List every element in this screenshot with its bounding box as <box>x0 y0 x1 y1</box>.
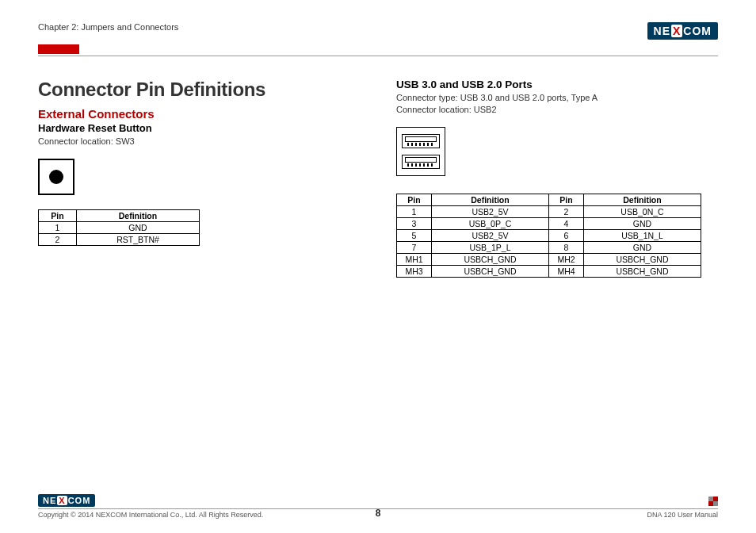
usb-connector-diagram <box>396 127 445 176</box>
cell-def: USBCH_GND <box>432 265 549 277</box>
cell-def: GND <box>77 221 200 233</box>
cell-pin: MH2 <box>549 253 584 265</box>
brand-logo-top: NEXCOM <box>647 22 718 40</box>
cell-pin: 1 <box>39 221 77 233</box>
table-row: 3 USB_0P_C 4 GND <box>397 217 701 229</box>
cell-pin: 3 <box>397 217 432 229</box>
th-def: Definition <box>77 209 200 221</box>
usb-port-icon <box>402 155 440 169</box>
table-row: 2 RST_BTN# <box>39 233 200 245</box>
th-pin: Pin <box>397 194 432 205</box>
brand-x: X <box>671 25 682 37</box>
th-pin: Pin <box>549 194 584 205</box>
cell-def: USB_0N_C <box>584 205 701 217</box>
cell-def: USBCH_GND <box>584 265 701 277</box>
page-number: 8 <box>376 508 381 519</box>
cell-pin: 8 <box>549 241 584 253</box>
table-row: MH3 USBCH_GND MH4 USBCH_GND <box>397 265 701 277</box>
cell-def: RST_BTN# <box>77 233 200 245</box>
table-row: 7 USB_1P_L 8 GND <box>397 241 701 253</box>
red-accent-tab <box>38 44 79 54</box>
cell-def: USBCH_GND <box>432 253 549 265</box>
brand-post: COM <box>68 496 91 505</box>
header-rule <box>38 56 718 56</box>
cell-pin: 7 <box>397 241 432 253</box>
brand-x: X <box>57 496 67 505</box>
cell-def: GND <box>584 217 701 229</box>
brand-post: COM <box>683 25 712 37</box>
brand-pre: NE <box>654 25 670 37</box>
cell-def: USB_1N_L <box>584 229 701 241</box>
usb-port-icon <box>402 134 440 148</box>
cell-pin: MH3 <box>397 265 432 277</box>
usb-type-line: Connector type: USB 3.0 and USB 2.0 port… <box>396 92 718 104</box>
brand-logo-bottom: NEXCOM <box>38 493 718 507</box>
cell-def: USB_1P_L <box>432 241 549 253</box>
section-usb-ports: USB 3.0 and USB 2.0 Ports <box>396 79 718 90</box>
reset-location: Connector location: SW3 <box>38 136 360 148</box>
th-pin: Pin <box>39 209 77 221</box>
cell-pin: 6 <box>549 229 584 241</box>
table-row: 1 GND <box>39 221 200 233</box>
cell-def: USB2_5V <box>432 229 549 241</box>
cell-def: USB_0P_C <box>432 217 549 229</box>
cell-def: GND <box>584 241 701 253</box>
cell-pin: 5 <box>397 229 432 241</box>
cell-pin: 2 <box>39 233 77 245</box>
reset-button-diagram <box>38 159 74 195</box>
th-def: Definition <box>432 194 549 205</box>
copyright-text: Copyright © 2014 NEXCOM International Co… <box>38 511 263 519</box>
table-row: 5 USB2_5V 6 USB_1N_L <box>397 229 701 241</box>
cell-def: USB2_5V <box>432 205 549 217</box>
button-dot-icon <box>49 170 63 184</box>
cell-pin: 4 <box>549 217 584 229</box>
usb-location: Connector location: USB2 <box>396 104 718 116</box>
page-title: Connector Pin Definitions <box>38 79 360 101</box>
cell-def: USBCH_GND <box>584 253 701 265</box>
section-hardware-reset: Hardware Reset Button <box>38 122 360 134</box>
cell-pin: MH4 <box>549 265 584 277</box>
table-row: 1 USB2_5V 2 USB_0N_C <box>397 205 701 217</box>
doc-title: DNA 120 User Manual <box>647 511 718 519</box>
brand-pre: NE <box>43 496 56 505</box>
cell-pin: 1 <box>397 205 432 217</box>
th-def: Definition <box>584 194 701 205</box>
chapter-label: Chapter 2: Jumpers and Connectors <box>38 22 178 32</box>
reset-pin-table: Pin Definition 1 GND 2 RST_BTN# <box>38 209 200 246</box>
section-external-connectors: External Connectors <box>38 107 360 121</box>
cell-pin: 2 <box>549 205 584 217</box>
cell-pin: MH1 <box>397 253 432 265</box>
usb-pin-table: Pin Definition Pin Definition 1 USB2_5V … <box>396 194 701 278</box>
table-row: MH1 USBCH_GND MH2 USBCH_GND <box>397 253 701 265</box>
